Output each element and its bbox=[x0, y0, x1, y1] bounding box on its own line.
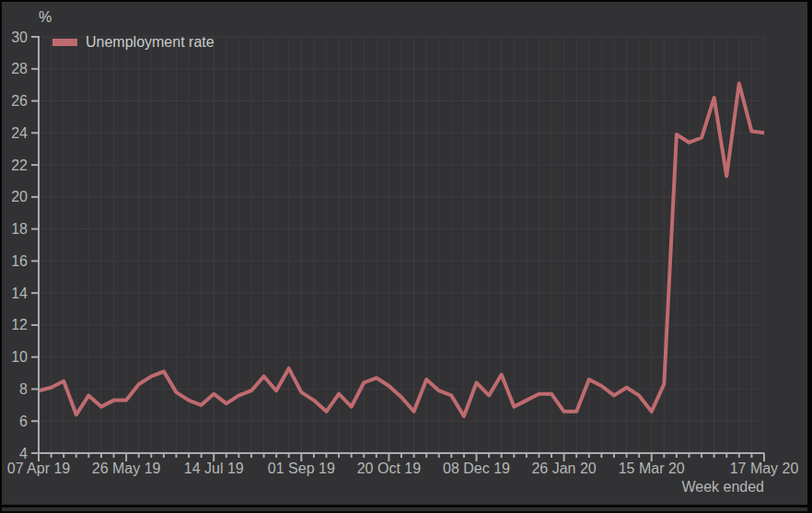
y-tick-label: 22 bbox=[11, 157, 28, 173]
x-tick-labels: 07 Apr 1926 May 1914 Jul 1901 Sep 1920 O… bbox=[7, 461, 799, 476]
x-tick-label: 07 Apr 19 bbox=[7, 461, 71, 476]
x-tick-label: 01 Sep 19 bbox=[268, 461, 335, 476]
y-tick-label: 6 bbox=[19, 414, 28, 429]
x-tick-label: 15 Mar 20 bbox=[619, 461, 685, 476]
y-tick-label: 16 bbox=[11, 253, 28, 269]
y-tick-label: 26 bbox=[11, 93, 28, 109]
y-tick-label: 10 bbox=[11, 349, 28, 365]
x-tick-label: 14 Jul 19 bbox=[184, 461, 244, 476]
y-tick-label: 20 bbox=[11, 189, 28, 204]
y-tick-label: 8 bbox=[19, 381, 28, 397]
x-axis-title: Week ended bbox=[681, 479, 764, 496]
y-tick-label: 12 bbox=[11, 317, 28, 332]
x-tick-label: 26 May 19 bbox=[92, 461, 161, 476]
y-tick-label: 28 bbox=[11, 61, 28, 76]
y-tick-label: 24 bbox=[11, 125, 28, 141]
y-tick-label: 30 bbox=[11, 29, 28, 45]
x-tick-label: 17 May 20 bbox=[730, 461, 799, 476]
chart-page: { "chart_data": { "type": "line", "title… bbox=[0, 0, 812, 513]
legend-line-swatch bbox=[52, 39, 77, 46]
y-tick-label: 4 bbox=[19, 446, 28, 461]
y-axis-unit-label: % bbox=[39, 9, 52, 26]
y-tick-labels: 4681012141618202224262830 bbox=[11, 29, 28, 461]
unemployment-rate-chart: 468101214161820222426283007 Apr 1926 May… bbox=[0, 0, 812, 513]
legend-series-label: Unemployment rate bbox=[86, 34, 215, 51]
x-tick-label: 20 Oct 19 bbox=[357, 461, 421, 476]
legend: Unemployment rate bbox=[52, 34, 215, 50]
x-tick-label: 08 Dec 19 bbox=[443, 461, 510, 476]
y-tick-label: 14 bbox=[11, 286, 28, 301]
y-tick-label: 18 bbox=[11, 221, 28, 237]
x-tick-label: 26 Jan 20 bbox=[531, 461, 596, 476]
grid-lines bbox=[39, 37, 764, 453]
